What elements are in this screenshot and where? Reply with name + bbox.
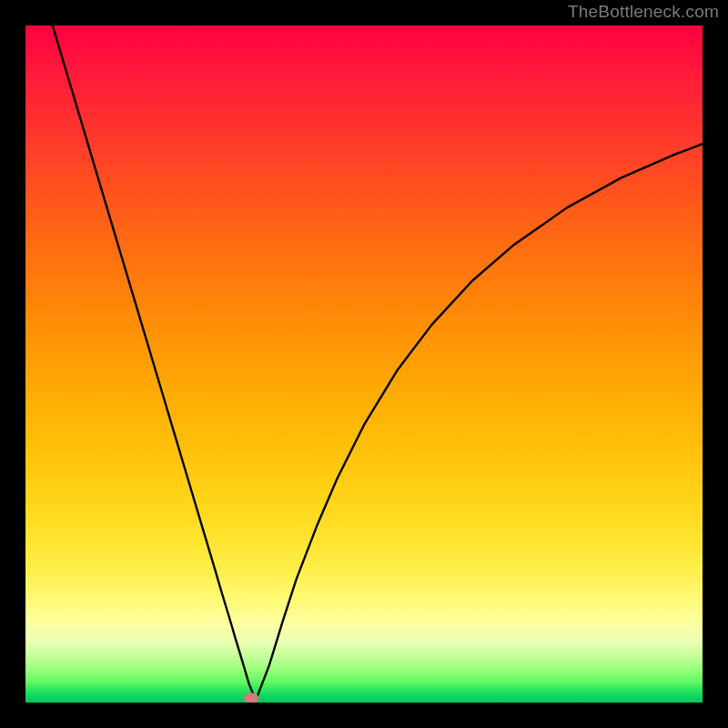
chart-frame: TheBottleneck.com [0,0,728,728]
watermark-text: TheBottleneck.com [568,2,719,22]
plot-area [25,25,703,703]
minimum-marker [244,693,258,703]
bottleneck-curve [25,25,703,703]
